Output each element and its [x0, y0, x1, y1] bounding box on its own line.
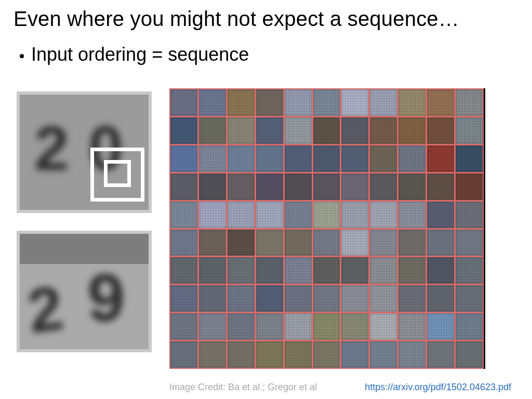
patch-cell: [398, 285, 425, 312]
patch-cell: [285, 145, 312, 172]
patch-cell: [370, 230, 397, 256]
patch-cell: [313, 257, 340, 284]
patch-cell: [199, 313, 226, 340]
patch-cell: [256, 89, 283, 116]
bullet-item: Input ordering = sequence: [20, 44, 249, 65]
patch-cell: [228, 145, 255, 172]
patch-cell: [170, 230, 197, 256]
digit-two-glyph: 2: [34, 112, 69, 184]
patch-cell: [170, 174, 197, 200]
patch-cell: [427, 313, 454, 340]
patch-cell: [370, 285, 397, 312]
patch-cell: [398, 313, 425, 340]
patch-cell: [256, 313, 283, 340]
patch-cell: [398, 145, 425, 172]
bullet-text: Input ordering = sequence: [31, 44, 249, 65]
patch-cell: [341, 285, 368, 312]
digit-nine-glyph: 9: [87, 259, 125, 337]
digit-thumbnail-bottom: 2 9: [17, 231, 152, 352]
patch-cell: [456, 174, 483, 200]
image-credit: Image Credit: Ba et al.; Gregor et al: [169, 382, 317, 393]
patch-cell: [427, 285, 454, 312]
patch-cell: [285, 313, 312, 340]
patch-grid: [169, 88, 485, 369]
patch-cell: [285, 174, 312, 200]
patch-cell: [256, 341, 283, 368]
patch-cell: [228, 174, 255, 200]
patch-cell: [170, 89, 197, 116]
patch-cell: [456, 117, 483, 144]
bullet-dot: [20, 54, 24, 58]
patch-cell: [456, 285, 483, 312]
patch-cell: [370, 89, 397, 116]
patch-cell: [427, 341, 454, 368]
patch-cell: [398, 230, 425, 256]
patch-cell: [341, 89, 368, 116]
patch-cell: [398, 257, 425, 284]
patch-cell: [313, 313, 340, 340]
patch-cell: [370, 117, 397, 144]
patch-cell: [170, 145, 197, 172]
patch-cell: [456, 341, 483, 368]
patch-cell: [313, 230, 340, 256]
patch-cell: [313, 174, 340, 200]
patch-cell: [456, 89, 483, 116]
patch-cell: [199, 285, 226, 312]
patch-cell: [341, 257, 368, 284]
patch-cell: [341, 230, 368, 256]
patch-cell: [228, 257, 255, 284]
digit-thumbnail-top: 2 0: [17, 91, 152, 213]
patch-cell: [228, 89, 255, 116]
patch-cell: [341, 202, 368, 228]
patch-cell: [370, 202, 397, 228]
patch-cell: [370, 313, 397, 340]
patch-cell: [341, 117, 368, 144]
patch-cell: [370, 257, 397, 284]
patch-cell: [285, 117, 312, 144]
patch-cell: [170, 117, 197, 144]
patch-cell: [199, 202, 226, 228]
patch-cell: [256, 285, 283, 312]
patch-cell: [170, 285, 197, 312]
digit-two-glyph: 2: [23, 271, 68, 347]
patch-cell: [398, 341, 425, 368]
patch-cell: [341, 145, 368, 172]
patch-cell: [199, 117, 226, 144]
patch-cell: [170, 202, 197, 228]
patch-cell: [370, 341, 397, 368]
patch-cell: [228, 230, 255, 256]
patch-cell: [398, 174, 425, 200]
patch-cell: [199, 257, 226, 284]
patch-cell: [170, 341, 197, 368]
patch-cell: [285, 230, 312, 256]
patch-cell: [370, 174, 397, 200]
patch-cell: [427, 89, 454, 116]
patch-cell: [456, 257, 483, 284]
patch-cell: [427, 145, 454, 172]
patch-cell: [398, 202, 425, 228]
patch-cell: [341, 174, 368, 200]
source-link[interactable]: https://arxiv.org/pdf/1502.04623.pdf: [365, 382, 511, 393]
patch-cell: [228, 285, 255, 312]
patch-cell: [427, 230, 454, 256]
patch-cell: [427, 174, 454, 200]
patch-cell: [398, 89, 425, 116]
patch-cell: [313, 117, 340, 144]
patch-cell: [285, 341, 312, 368]
patch-cell: [256, 145, 283, 172]
patch-cell: [456, 313, 483, 340]
patch-cell: [285, 89, 312, 116]
patch-cell: [228, 313, 255, 340]
patch-cell: [256, 117, 283, 144]
patch-cell: [228, 341, 255, 368]
patch-cell: [199, 145, 226, 172]
patch-cell: [170, 313, 197, 340]
patch-cell: [313, 202, 340, 228]
patch-cell: [285, 202, 312, 228]
patch-cell: [285, 257, 312, 284]
patch-cell: [199, 341, 226, 368]
patch-cell: [313, 285, 340, 312]
patch-cell: [456, 145, 483, 172]
patch-cell: [256, 202, 283, 228]
patch-cell: [313, 89, 340, 116]
